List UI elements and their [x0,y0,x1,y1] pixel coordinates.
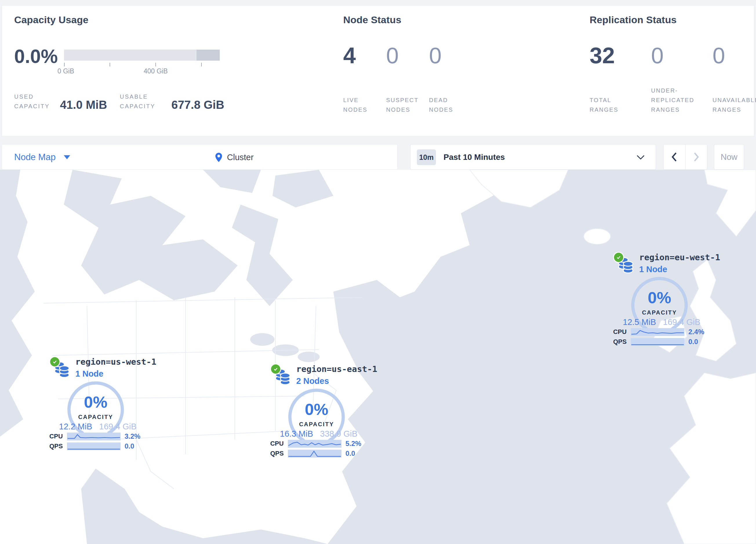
cluster-summary-panel: Capacity Usage 0.0% 0 GiB 400 GiB USED C… [2,5,754,136]
total-ranges-label: TOTAL RANGES [590,95,630,115]
qps-label: QPS [610,338,627,346]
locality-total-capacity: 169.4 GiB [663,318,701,327]
node-map: region=us-west-1 1 Node 0% CAPACITY 12.2… [0,170,756,544]
cpu-sparkline [631,328,684,336]
locality-node-count: 1 Node [75,369,103,379]
locality-us-east-1[interactable]: region=us-east-1 2 Nodes 0% CAPACITY 16.… [267,364,366,459]
caret-down-icon [64,155,70,159]
chevron-right-icon [693,152,699,162]
qps-label: QPS [267,450,284,457]
live-nodes-value: 4 [343,44,386,68]
capacity-percent: 0.0% [14,47,58,66]
locality-capacity-label: CAPACITY [267,421,366,428]
locality-used-capacity: 12.2 MiB [54,422,92,431]
suspect-nodes-label: SUSPECT NODES [386,95,423,115]
locality-capacity-percent: 0% [610,290,709,306]
now-button[interactable]: Now [714,144,744,170]
node-status-section: Node Status 4 LIVE NODES 0 SUSPECT NODES… [343,14,401,26]
locality-capacity-percent: 0% [46,394,145,410]
total-ranges-stat: 32 TOTAL RANGES [590,44,651,115]
locality-eu-west-1[interactable]: region=eu-west-1 1 Node 0% CAPACITY 12.5… [610,252,709,348]
tick-mark [201,63,202,66]
locality-region-label: region=us-west-1 [75,357,156,367]
locality-region-label: region=eu-west-1 [639,252,720,262]
locality-total-capacity: 169.4 GiB [99,422,137,431]
cpu-row: CPU 2.4% [610,328,709,336]
time-range-dropdown[interactable]: 10m Past 10 Minutes [410,144,656,170]
capacity-bar: 0 GiB 400 GiB [64,50,220,75]
replication-status-title: Replication Status [590,14,677,26]
chevron-down-icon [637,155,645,160]
cpu-value: 5.2% [346,440,366,448]
locality-total-capacity: 338.9 GiB [320,429,358,439]
time-nav-buttons [663,144,707,170]
used-capacity: USED CAPACITY 41.0 MiB [14,92,107,111]
usable-capacity-label: USABLE CAPACITY [120,92,164,111]
live-nodes-stat: 4 LIVE NODES [343,44,386,115]
used-capacity-label: USED CAPACITY [14,92,52,111]
capacity-axis-ticks [64,62,220,67]
qps-sparkline [631,338,684,346]
node-status-title: Node Status [343,14,401,26]
time-prev-button[interactable] [664,144,686,169]
capacity-axis-labels: 0 GiB 400 GiB [64,67,220,75]
tick-mark [110,63,110,66]
unavailable-ranges-stat: 0 UNAVAILABLE RANGES [713,44,756,115]
map-toolbar: Node Map Cluster [2,144,398,170]
now-button-label: Now [721,152,737,162]
under-replicated-ranges-label: UNDER-REPLICATED RANGES [651,86,706,115]
view-selector-label: Node Map [14,152,56,162]
cpu-label: CPU [46,433,63,440]
dead-nodes-value: 0 [429,44,472,68]
tick-label-400: 400 GiB [143,67,168,75]
qps-label: QPS [46,443,63,450]
breadcrumb-label: Cluster [227,153,254,162]
qps-sparkline [67,443,121,450]
dead-nodes-label: DEAD NODES [429,95,466,115]
usable-capacity: USABLE CAPACITY 677.8 GiB [120,92,224,111]
locality-used-capacity: 16.3 MiB [275,429,313,439]
qps-row: QPS 0.0 [610,338,709,346]
locality-capacity-percent: 0% [267,401,366,418]
view-selector-dropdown[interactable]: Node Map [14,144,70,170]
locality-region-label: region=us-east-1 [296,364,377,374]
qps-value: 0.0 [346,449,366,458]
unavailable-ranges-value: 0 [713,44,756,68]
cpu-sparkline [288,440,341,448]
replication-stats: 32 TOTAL RANGES 0 UNDER-REPLICATED RANGE… [590,44,756,115]
time-range-label: Past 10 Minutes [444,144,505,170]
cpu-label: CPU [267,440,284,447]
qps-sparkline [288,450,341,458]
cpu-value: 3.2% [125,432,145,440]
qps-row: QPS 0.0 [267,449,366,458]
chevron-left-icon [671,152,677,162]
locality-capacity-label: CAPACITY [46,414,145,420]
tick-label-0: 0 GiB [57,67,74,75]
capacity-bar-reserved-segment [197,50,220,61]
cpu-sparkline [67,433,121,440]
status-ok-icon [613,252,624,263]
breadcrumb[interactable]: Cluster [215,144,254,170]
live-nodes-label: LIVE NODES [343,95,380,115]
time-range-badge: 10m [417,149,436,165]
qps-row: QPS 0.0 [46,442,145,450]
unavailable-ranges-label: UNAVAILABLE RANGES [713,95,756,115]
cpu-label: CPU [610,328,627,336]
suspect-nodes-value: 0 [386,44,429,68]
tick-mark [155,63,156,66]
capacity-usage-section: Capacity Usage 0.0% 0 GiB 400 GiB USED C… [14,14,88,26]
locality-capacity-label: CAPACITY [610,309,709,316]
cpu-value: 2.4% [688,328,709,336]
time-next-button[interactable] [686,144,707,169]
total-ranges-value: 32 [590,44,651,68]
status-ok-icon [49,356,60,367]
capacity-usage-title: Capacity Usage [14,14,88,26]
qps-value: 0.0 [125,442,145,450]
locality-used-capacity: 12.5 MiB [618,318,656,327]
locality-node-count: 1 Node [639,264,667,274]
replication-status-section: Replication Status 32 TOTAL RANGES 0 UND… [590,14,677,26]
cpu-row: CPU 3.2% [46,432,145,440]
dead-nodes-stat: 0 DEAD NODES [429,44,472,115]
node-status-stats: 4 LIVE NODES 0 SUSPECT NODES 0 DEAD NODE… [343,44,472,115]
locality-us-west-1[interactable]: region=us-west-1 1 Node 0% CAPACITY 12.2… [46,356,145,452]
